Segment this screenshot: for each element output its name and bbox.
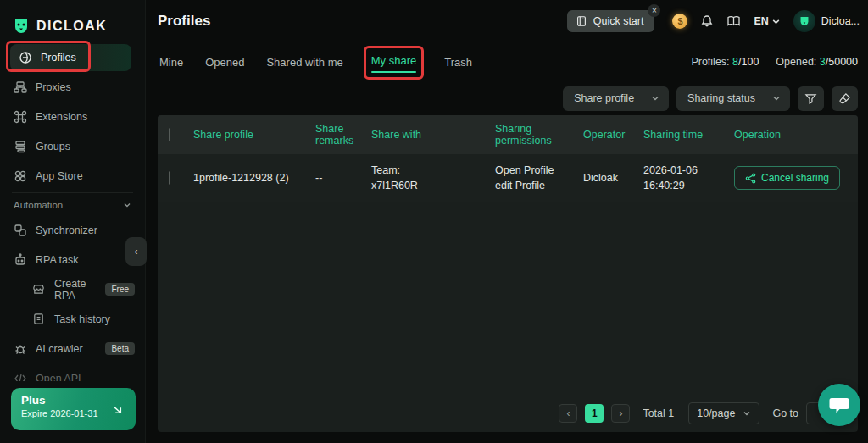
sharing-status-filter-dropdown[interactable]: Sharing status [676,86,790,111]
opened-used: 3 [820,56,826,68]
tab-opened[interactable]: Opened [205,56,244,69]
sharing-status-filter-label: Sharing status [687,92,755,104]
sidebar-item-app-store[interactable]: App Store [0,161,145,191]
sidebar-item-proxies[interactable]: Proxies [0,72,145,102]
tab-shared-with-me[interactable]: Shared with me [266,56,342,69]
chat-bubble-icon [828,395,850,415]
chevron-down-icon [772,94,781,102]
col-share-with: Share with [371,129,495,141]
profiles-cap: /100 [738,56,759,68]
sidebar-item-label: Create RPA [54,278,97,302]
clear-filter-button[interactable] [832,86,858,111]
total-count: Total 1 [643,407,674,419]
pagination: ‹ 1 › Total 1 10/page Go to [158,395,858,432]
sidebar-item-label: Synchronizer [36,224,97,236]
avatar [793,10,815,32]
chevron-down-icon [123,201,131,209]
brush-icon [838,92,851,105]
plus-expire-date: Expire 2026-01-31 [21,408,125,418]
sidebar-item-open-api[interactable]: Open API [0,363,145,381]
api-icon [14,372,27,382]
command-icon [14,110,27,124]
filter-button[interactable] [798,86,824,111]
cell-share-remarks: -- [315,172,371,184]
sidebar-item-label: Extensions [36,111,87,123]
sidebar-divider [12,192,133,193]
document-icon [32,313,46,325]
table-row: 1profile-1212928 (2) -- Team: x7l1R60R O… [158,154,858,202]
chevron-down-icon [651,94,659,102]
docs-book-icon[interactable] [726,14,741,28]
usage-stats: Profiles: 8/100 Opened: 3/50000 [691,56,858,68]
table-header-row: Share profile Share remarks Share with S… [158,115,858,154]
sidebar-item-label: Open API [36,373,81,382]
sidebar-item-groups[interactable]: Groups [0,131,145,161]
chevron-down-icon [743,409,751,418]
topbar: Profiles Quick start × $ [147,0,868,42]
row-checkbox[interactable] [169,171,170,185]
tab-trash[interactable]: Trash [444,56,472,69]
cell-operator: Dicloak [583,172,643,184]
funnel-icon [804,92,817,105]
app-store-icon [14,169,27,183]
sidebar-nav: Profiles Proxies Extensions [0,41,145,381]
sidebar-item-label: RPA task [36,254,78,266]
col-operation: Operation [734,129,858,141]
select-all-checkbox[interactable] [169,128,170,141]
profiles-stat-label: Profiles: [691,56,729,68]
sidebar-collapse-handle[interactable]: ‹ [125,237,147,266]
sidebar-section-automation[interactable]: Automation [0,195,145,215]
sidebar-item-label: AI crawler [36,343,83,355]
prev-page-button[interactable]: ‹ [559,404,577,423]
next-page-button[interactable]: › [611,404,630,423]
cancel-sharing-button[interactable]: Cancel sharing [734,166,840,190]
plus-title: Plus [21,394,125,407]
close-icon[interactable]: × [648,4,660,17]
share-profile-filter-label: Share profile [574,92,634,104]
sidebar-item-rpa-task[interactable]: RPA task [0,245,145,274]
store-icon [32,283,46,296]
page-number-1[interactable]: 1 [585,404,604,423]
sidebar-item-ai-crawler[interactable]: AI crawler Beta [0,334,145,363]
quick-start-button[interactable]: Quick start × [567,10,655,32]
layers-icon [14,140,27,153]
col-share-profile: Share profile [193,129,315,141]
table-empty-area [158,202,858,395]
opened-cap: /50000 [826,56,858,68]
opened-stat-label: Opened: [776,56,816,68]
sidebar-item-label: Proxies [36,81,71,93]
sidebar-item-task-history[interactable]: Task history [0,304,145,334]
bug-icon [14,342,27,356]
tab-mine[interactable]: Mine [159,56,183,69]
share-profile-filter-dropdown[interactable]: Share profile [563,86,669,111]
language-selector[interactable]: EN [754,15,780,27]
sync-icon [14,224,27,237]
logo-wordmark: DICLOAK [36,19,107,34]
plus-upgrade-card[interactable]: Plus Expire 2026-01-31 [11,388,136,430]
free-badge: Free [105,283,135,296]
tabs-row: Mine Opened Shared with me My share Tras… [147,42,868,81]
language-label: EN [754,15,768,27]
share-slash-icon [745,173,756,184]
col-sharing-time: Sharing time [643,129,734,141]
sidebar-item-synchronizer[interactable]: Synchronizer [0,215,145,245]
sidebar-item-label: Groups [36,141,70,152]
sidebar-item-extensions[interactable]: Extensions [0,102,145,131]
cell-share-with: Team: x7l1R60R [371,163,495,193]
active-tab-underline [371,71,416,73]
chat-support-button[interactable] [818,384,860,426]
user-menu[interactable]: Dicloa... [793,10,860,32]
guide-book-icon [576,15,587,27]
col-sharing-permissions: Sharing permissions [495,123,583,147]
coin-icon[interactable]: $ [672,14,687,29]
logo: DICLOAK [0,0,145,41]
cell-share-profile: 1profile-1212928 (2) [193,172,315,184]
dicloak-mask-icon [12,17,31,36]
proxy-network-icon [14,80,27,94]
sidebar-item-profiles[interactable]: Profiles [10,44,131,71]
bell-icon[interactable] [700,14,714,28]
tab-my-share[interactable]: My share [365,45,422,79]
page-size-select[interactable]: 10/page [688,402,760,424]
chevron-down-icon [771,17,781,26]
sidebar-item-create-rpa[interactable]: Create RPA Free [0,274,145,304]
